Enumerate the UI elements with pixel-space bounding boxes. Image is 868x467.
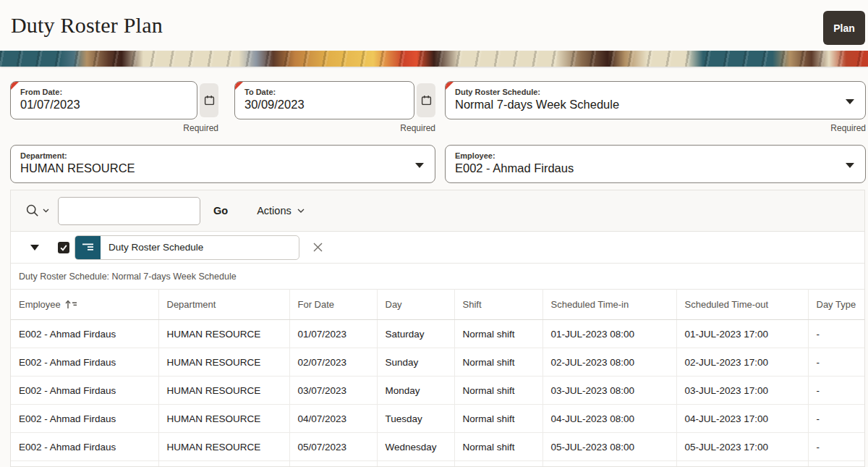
department-label: Department: — [11, 146, 435, 160]
duty-roster-schedule-field: Duty Roster Schedule: Normal 7-days Week… — [445, 81, 866, 133]
from-date-required-label: Required — [10, 123, 218, 133]
table-body: E002 - Ahmad FirdausHUMAN RESOURCE01/07/… — [11, 320, 865, 467]
report-filter-row: Duty Roster Schedule — [11, 231, 864, 263]
chevron-down-icon — [43, 209, 49, 213]
table-cell: 04/07/2023 — [289, 405, 377, 433]
duty-roster-plan-page: Duty Roster Plan Plan From Date: 01/07/2… — [0, 0, 868, 467]
duty-roster-schedule-required-label: Required — [445, 123, 866, 133]
control-break-chip[interactable]: Duty Roster Schedule — [75, 235, 299, 260]
table-cell: Normal shift — [454, 320, 542, 348]
table-cell: E002 - Ahmad Firdaus — [11, 433, 158, 461]
required-marker-icon — [235, 82, 243, 90]
column-header-for-date[interactable]: For Date — [289, 290, 377, 320]
employee-field: Employee: E002 - Ahmad Firdaus — [445, 145, 866, 183]
column-header-scheduled-time-out[interactable]: Scheduled Time-out — [676, 290, 808, 320]
employee-select[interactable]: Employee: E002 - Ahmad Firdaus — [445, 145, 866, 183]
interactive-report: Go Actions Duty Roster Schedule Duty — [10, 190, 865, 467]
table-cell: 02-JUL-2023 17:00 — [676, 348, 808, 376]
table-header-row: EmployeeDepartmentFor DateDayShiftSchedu… — [11, 290, 865, 320]
table-cell: Normal shift — [454, 405, 542, 433]
column-header-label: For Date — [298, 299, 335, 310]
collapse-filter-triangle-icon[interactable] — [30, 243, 40, 253]
remove-filter-button[interactable] — [310, 239, 326, 256]
table-cell — [808, 461, 865, 467]
to-date-field: To Date: 30/09/2023 Required — [234, 81, 435, 133]
table-cell: 02/07/2023 — [289, 348, 377, 376]
employee-value[interactable]: E002 - Ahmad Firdaus — [446, 160, 865, 175]
table-cell: E002 - Ahmad Firdaus — [11, 376, 158, 405]
table-cell: HUMAN RESOURCE — [158, 320, 289, 348]
table-cell: Saturday — [377, 320, 454, 348]
duty-roster-schedule-select[interactable]: Duty Roster Schedule: Normal 7-days Week… — [445, 81, 866, 119]
column-header-label: Employee — [19, 299, 61, 310]
table-cell: Monday — [377, 376, 454, 405]
table-cell: E002 - Ahmad Firdaus — [11, 348, 158, 376]
table-cell: HUMAN RESOURCE — [158, 433, 289, 461]
department-select[interactable]: Department: HUMAN RESOURCE — [10, 145, 435, 183]
to-date-calendar-button[interactable] — [417, 83, 435, 117]
table-cell: 04-JUL-2023 08:00 — [542, 405, 676, 433]
page-title: Duty Roster Plan — [11, 13, 163, 38]
table-cell — [454, 461, 542, 467]
employee-label: Employee: — [446, 146, 865, 160]
from-date-label: From Date: — [11, 82, 197, 96]
table-cell — [289, 461, 377, 467]
table-row: E002 - Ahmad FirdausHUMAN RESOURCE03/07/… — [11, 376, 865, 405]
from-date-calendar-button[interactable] — [200, 83, 218, 117]
table-cell — [542, 461, 676, 467]
column-header-day-type[interactable]: Day Type — [808, 290, 865, 320]
decorative-banner — [0, 51, 868, 67]
column-header-label: Scheduled Time-in — [551, 299, 629, 310]
column-header-label: Scheduled Time-out — [685, 299, 769, 310]
column-header-department[interactable]: Department — [158, 290, 289, 320]
table-head: EmployeeDepartmentFor DateDayShiftSchedu… — [11, 290, 865, 320]
table-cell: 05/07/2023 — [289, 433, 377, 461]
column-header-scheduled-time-in[interactable]: Scheduled Time-in — [542, 290, 676, 320]
table-cell: E002 - Ahmad Firdaus — [11, 320, 158, 348]
table-cell: HUMAN RESOURCE — [158, 348, 289, 376]
table-cell: 03-JUL-2023 08:00 — [542, 376, 676, 405]
table-cell: 05-JUL-2023 08:00 — [542, 433, 676, 461]
duty-roster-schedule-value[interactable]: Normal 7-days Week Schedule — [446, 96, 865, 112]
table-cell: Normal shift — [454, 348, 542, 376]
checkmark-icon — [59, 243, 68, 252]
filter-enabled-checkbox[interactable] — [58, 242, 69, 253]
control-break-header: Duty Roster Schedule: Normal 7-days Week… — [11, 263, 864, 289]
column-header-label: Department — [167, 299, 216, 310]
table-cell: Normal shift — [454, 376, 542, 405]
column-header-day[interactable]: Day — [377, 290, 454, 320]
to-date-value[interactable]: 30/09/2023 — [235, 96, 414, 112]
table-cell: - — [808, 376, 865, 405]
table-cell — [11, 461, 158, 467]
table-cell: 03-JUL-2023 17:00 — [676, 376, 808, 405]
calendar-icon — [421, 95, 432, 106]
table-row: E002 - Ahmad FirdausHUMAN RESOURCE02/07/… — [11, 348, 865, 376]
table-cell: 04-JUL-2023 17:00 — [676, 405, 808, 433]
table-cell: - — [808, 405, 865, 433]
from-date-input[interactable]: From Date: 01/07/2023 — [10, 81, 197, 119]
table-cell: Normal shift — [454, 433, 542, 461]
report-toolbar: Go Actions — [11, 190, 864, 231]
actions-button[interactable]: Actions — [257, 205, 305, 216]
department-value[interactable]: HUMAN RESOURCE — [11, 160, 435, 175]
search-icon — [25, 203, 40, 218]
table-cell — [676, 461, 808, 467]
control-break-chip-label: Duty Roster Schedule — [101, 236, 203, 259]
table-row: E002 - Ahmad FirdausHUMAN RESOURCE01/07/… — [11, 320, 865, 348]
search-input[interactable] — [58, 197, 200, 225]
table-row: E002 - Ahmad FirdausHUMAN RESOURCE04/07/… — [11, 405, 865, 433]
table-cell — [158, 461, 289, 467]
to-date-input[interactable]: To Date: 30/09/2023 — [234, 81, 414, 119]
go-button[interactable]: Go — [213, 205, 228, 216]
column-header-shift[interactable]: Shift — [454, 290, 542, 320]
column-header-employee[interactable]: Employee — [11, 290, 158, 320]
table-cell: Sunday — [377, 348, 454, 376]
report-table: EmployeeDepartmentFor DateDayShiftSchedu… — [11, 289, 865, 467]
from-date-value[interactable]: 01/07/2023 — [11, 96, 197, 112]
table-cell: 02-JUL-2023 08:00 — [542, 348, 676, 376]
table-cell: - — [808, 348, 865, 376]
plan-button[interactable]: Plan — [823, 11, 865, 45]
chevron-down-icon — [846, 163, 854, 168]
table-cell: HUMAN RESOURCE — [158, 405, 289, 433]
search-column-dropdown-button[interactable] — [22, 201, 52, 221]
